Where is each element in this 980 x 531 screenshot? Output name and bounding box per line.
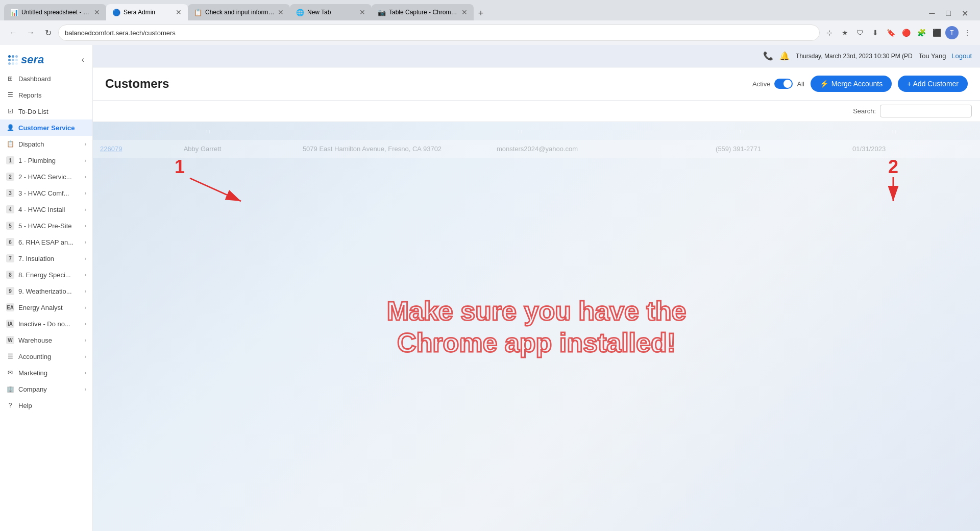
dispatch-chevron: › <box>85 141 86 147</box>
extension1-icon[interactable]: 🔴 <box>899 26 913 39</box>
bell-icon: 🔔 <box>779 51 790 61</box>
tab-newtab[interactable]: 🌐 New Tab ✕ <box>290 4 372 20</box>
sidebar-collapse-button[interactable]: ‹ <box>82 55 84 64</box>
sidebar-item-rha-esap[interactable]: 6 6. RHA ESAP an... › <box>0 234 92 250</box>
user-name: Tou Yang <box>919 52 946 60</box>
company-icon: 🏢 <box>6 385 14 393</box>
sidebar-item-weatherization-label: 9. Weatherizatio... <box>18 287 81 295</box>
user-avatar[interactable]: T <box>945 26 959 39</box>
close-window-button[interactable]: ✕ <box>958 6 972 20</box>
add-customer-button[interactable]: + Add Customer <box>898 76 968 92</box>
warehouse-chevron: › <box>85 337 86 343</box>
menu-icon[interactable]: ⋮ <box>961 26 974 39</box>
search-input[interactable] <box>880 105 972 117</box>
sidebar-item-insulation[interactable]: 7 7. Insulation › <box>0 250 92 267</box>
logo: sera <box>8 53 44 66</box>
sidebar-item-accounting[interactable]: ☰ Accounting › <box>0 348 92 365</box>
sidebar-item-dashboard[interactable]: ⊞ Dashboard <box>0 70 92 87</box>
email-sort-icon: ↑↓ <box>518 128 523 134</box>
hvac-install-icon: 4 <box>6 205 14 213</box>
cast-icon[interactable]: ⊹ <box>823 26 836 39</box>
tab-spreadsheet-close[interactable]: ✕ <box>94 8 100 16</box>
sidebar-item-inactive-label: Inactive - Do no... <box>18 320 81 328</box>
header-actions: Active All ⚡ Merge Accounts + Add Custom… <box>752 76 968 92</box>
reload-button[interactable]: ↻ <box>41 26 55 40</box>
insulation-chevron: › <box>85 256 86 261</box>
new-tab-button[interactable]: + <box>474 6 488 20</box>
sidebar-item-marketing[interactable]: ✉ Marketing › <box>0 365 92 381</box>
help-icon: ? <box>6 401 14 409</box>
content-area: Id Name ↑↓ Address Email ↑↓ <box>93 122 980 531</box>
sidebar-item-hvac-install-label: 4 - HVAC Install <box>18 206 81 213</box>
back-button[interactable]: ← <box>6 26 20 40</box>
user-info: Tou Yang Logout <box>919 52 972 60</box>
dashboard-icon: ⊞ <box>6 75 14 83</box>
tab-tablecapture[interactable]: 📷 Table Capture - Chrome Web Sto... ✕ <box>372 4 474 20</box>
bookmark-icon[interactable]: 🔖 <box>884 26 897 39</box>
datetime: Thursday, March 23rd, 2023 10:30 PM (PD <box>796 53 913 60</box>
tab-tablecapture-title: Table Capture - Chrome Web Sto... <box>389 9 458 16</box>
cell-name: Abby Garrett <box>177 140 296 158</box>
sidebar-item-insulation-label: 7. Insulation <box>18 255 81 262</box>
sidebar-item-reports[interactable]: ☰ Reports <box>0 87 92 103</box>
hvac-comfort-chevron: › <box>85 190 86 196</box>
browser-toolbar: ← → ↻ balancedcomfort.sera.tech/customer… <box>0 20 980 45</box>
sidebar-item-customer-service-label: Customer Service <box>18 124 86 132</box>
sidebar-item-company[interactable]: 🏢 Company › <box>0 381 92 397</box>
rha-esap-icon: 6 <box>6 238 14 246</box>
sidebar-item-warehouse[interactable]: W Warehouse › <box>0 332 92 348</box>
hvac-comfort-icon: 3 <box>6 189 14 197</box>
marketing-chevron: › <box>85 370 86 376</box>
sidebar-item-todo-label: To-Do List <box>18 108 86 115</box>
warehouse-icon: W <box>6 336 14 344</box>
puzzle-icon[interactable]: 🧩 <box>915 26 928 39</box>
inactive-icon: IA <box>6 320 14 328</box>
tab-newtab-title: New Tab <box>307 9 356 16</box>
forward-button[interactable]: → <box>23 26 38 40</box>
minimize-button[interactable]: ─ <box>925 6 939 20</box>
main-content: 📞 🔔 Thursday, March 23rd, 2023 10:30 PM … <box>93 45 980 531</box>
energy-analyst-icon: EA <box>6 303 14 311</box>
tab-checkinput[interactable]: 📋 Check and input information. ✕ <box>188 4 290 20</box>
maximize-button[interactable]: □ <box>941 6 955 20</box>
sidebar-item-hvac-presite[interactable]: 5 5 - HVAC Pre-Site › <box>0 218 92 234</box>
cell-id[interactable]: 226079 <box>93 140 177 158</box>
sidebar-item-todo[interactable]: ☑ To-Do List <box>0 103 92 119</box>
sidebar-item-dispatch[interactable]: 📋 Dispatch › <box>0 136 92 152</box>
sidebar-item-customer-service[interactable]: 👤 Customer Service <box>0 119 92 136</box>
sidebar-item-help[interactable]: ? Help <box>0 397 92 414</box>
tab-sera-close[interactable]: ✕ <box>176 8 182 16</box>
sidebar-item-hvac-presite-label: 5 - HVAC Pre-Site <box>18 222 81 230</box>
active-toggle: Active All <box>752 79 804 89</box>
sidebar-item-dashboard-label: Dashboard <box>18 75 86 83</box>
cell-date: 01/31/2023 <box>845 140 980 158</box>
sidebar-item-inactive[interactable]: IA Inactive - Do no... › <box>0 316 92 332</box>
rha-esap-chevron: › <box>85 239 86 245</box>
extension2-icon[interactable]: ⬛ <box>930 26 943 39</box>
address-text: balancedcomfort.sera.tech/customers <box>65 29 813 37</box>
sidebar-item-energy-spec[interactable]: 8 8. Energy Speci... › <box>0 267 92 283</box>
active-toggle-switch[interactable] <box>774 79 793 89</box>
weatherization-icon: 9 <box>6 287 14 295</box>
merge-accounts-button[interactable]: ⚡ Merge Accounts <box>811 76 892 92</box>
logout-link[interactable]: Logout <box>951 52 972 60</box>
sidebar-item-hvac-install[interactable]: 4 4 - HVAC Install › <box>0 201 92 218</box>
shield-icon[interactable]: 🛡 <box>853 26 867 39</box>
download-icon[interactable]: ⬇ <box>869 26 882 39</box>
tab-checkinput-close[interactable]: ✕ <box>278 8 284 16</box>
tab-tablecapture-close[interactable]: ✕ <box>461 8 468 16</box>
tab-sera-admin[interactable]: 🔵 Sera Admin ✕ <box>106 4 188 20</box>
sidebar-item-hvac-comfort[interactable]: 3 3 - HVAC Comf... › <box>0 185 92 201</box>
sidebar-item-plumbing[interactable]: 1 1 - Plumbing › <box>0 152 92 168</box>
hvac-service-icon: 2 <box>6 173 14 181</box>
table-row[interactable]: 226079 Abby Garrett 5079 East Hamilton A… <box>93 140 980 158</box>
address-bar[interactable]: balancedcomfort.sera.tech/customers <box>58 25 820 41</box>
sidebar-item-hvac-service[interactable]: 2 2 - HVAC Servic... › <box>0 168 92 185</box>
tab-spreadsheet[interactable]: 📊 Untitled spreadsheet - Google S... ✕ <box>4 4 106 20</box>
sidebar-item-weatherization[interactable]: 9 9. Weatherizatio... › <box>0 283 92 299</box>
energy-analyst-chevron: › <box>85 305 86 310</box>
star-icon[interactable]: ★ <box>838 26 851 39</box>
tab-newtab-close[interactable]: ✕ <box>359 8 365 16</box>
sidebar-item-hvac-service-label: 2 - HVAC Servic... <box>18 173 81 181</box>
sidebar-item-energy-analyst[interactable]: EA Energy Analyst › <box>0 299 92 316</box>
